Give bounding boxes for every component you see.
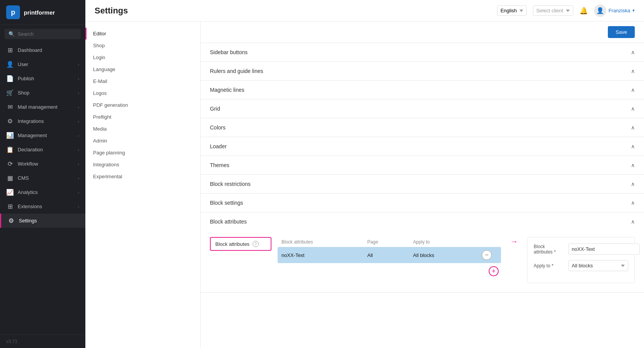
sub-nav-item-experimental[interactable]: Experimental [85,171,200,182]
sidebar-item-analytics[interactable]: 📈 Analytics › [0,185,85,199]
user-name: Franziska [609,8,630,13]
accordion-title: Magnetic lines [210,87,245,93]
cms-icon: ▦ [6,174,14,182]
accordion-header-rulers[interactable]: Rulers and guide lines ∧ [201,62,644,80]
sub-nav-item-login[interactable]: Login [85,51,200,63]
nav-arrow-icon: › [78,147,79,152]
chevron-up-icon: ∧ [631,49,635,55]
sub-nav-item-logos[interactable]: Logos [85,87,200,99]
sidebar-item-mail-management[interactable]: ✉ Mail management › [0,100,85,114]
sub-nav-item-editor[interactable]: Editor [85,28,200,40]
workflow-icon: ⟳ [6,160,14,167]
add-row-button[interactable]: + [489,266,499,276]
sub-nav-item-media[interactable]: Media [85,123,200,135]
sub-nav-item-email[interactable]: E-Mail [85,75,200,87]
search-icon: 🔍 [8,31,15,37]
accordion-title: Grid [210,106,220,112]
accordion-header-themes[interactable]: Themes ∧ [201,156,644,174]
accordion-content-block-attributes: Block attributes ? Block attributes Page… [201,231,644,292]
sidebar-item-management[interactable]: 📊 Management › [0,128,85,143]
detail-block-attr-input[interactable] [568,244,640,255]
sub-nav-item-page-planning[interactable]: Page planning [85,147,200,159]
accordion-item-loader: Loader ∧ [201,137,644,156]
save-button[interactable]: Save [608,26,635,38]
accordion-title: Colors [210,124,225,131]
accordion-header-colors[interactable]: Colors ∧ [201,118,644,137]
accordion-header-magnetic[interactable]: Magnetic lines ∧ [201,81,644,99]
detail-apply-to-row: Apply to * All blocksText blocksImage bl… [534,260,628,271]
integrations-icon: ⚙ [6,118,14,125]
sidebar-item-cms[interactable]: ▦ CMS › [0,171,85,185]
help-icon[interactable]: ? [253,241,259,247]
sidebar-item-label: Shop [18,90,74,96]
col-apply-to: Apply to [413,239,482,245]
sidebar-item-publish[interactable]: 📄 Publish › [0,71,85,86]
table-row: noXX-Text All All blocks − [278,247,501,263]
accordion-header-block-restrictions[interactable]: Block restrictions ∧ [201,175,644,193]
sidebar-item-label: Publish [18,76,74,81]
delete-row-button[interactable]: − [482,250,492,260]
accordion-item-sidebar-buttons: Sidebar buttons ∧ [201,43,644,62]
extensions-icon: ⊞ [6,203,14,210]
accordion-title: Loader [210,143,227,149]
nav-arrow-icon: › [78,190,79,195]
accordion-header-loader[interactable]: Loader ∧ [201,137,644,156]
notification-icon[interactable]: 🔔 [579,7,588,15]
nav-arrow-icon: › [78,62,79,67]
sidebar-item-label: Declaration [18,147,74,152]
accordion-item-rulers: Rulers and guide lines ∧ [201,62,644,81]
detail-panel: Block attributes * Apply to * All blocks… [527,237,635,283]
sidebar-item-user[interactable]: 👤 User › [0,57,85,71]
accordion-item-themes: Themes ∧ [201,156,644,175]
sidebar-item-declaration[interactable]: 📋 Declaration › [0,143,85,157]
block-attr-label-box[interactable]: Block attributes ? [210,237,271,251]
user-area[interactable]: 👤 Franziska ▾ [594,5,635,17]
sub-nav-item-language[interactable]: Language [85,63,200,75]
accordion-item-block-attributes: Block attributes ∧ Block attributes ? Bl… [201,212,644,293]
sidebar-item-label: Analytics [18,189,74,195]
sidebar-nav: ⊞ Dashboard 👤 User › 📄 Publish › 🛒 Shop … [0,43,85,335]
chevron-up-icon: ∧ [631,162,635,168]
shop-icon: 🛒 [6,89,14,96]
accordion-item-block-restrictions: Block restrictions ∧ [201,175,644,194]
accordion-container: Sidebar buttons ∧ Rulers and guide lines… [201,43,644,293]
save-bar: Save [201,22,644,43]
row-page: All [367,252,413,258]
accordion-header-sidebar-buttons[interactable]: Sidebar buttons ∧ [201,43,644,61]
header-right: English Select client 🔔 👤 Franziska ▾ [497,5,635,17]
sidebar-item-dashboard[interactable]: ⊞ Dashboard [0,43,85,57]
logo-icon: p [6,5,20,19]
accordion-header-grid[interactable]: Grid ∧ [201,99,644,118]
publish-icon: 📄 [6,75,14,82]
col-page: Page [367,239,413,245]
accordion-title: Sidebar buttons [210,49,248,55]
row-apply-to: All blocks [413,252,482,258]
client-select[interactable]: Select client [533,5,573,16]
dashboard-icon: ⊞ [6,46,14,54]
detail-apply-to-select[interactable]: All blocksText blocksImage blocks [568,260,628,271]
col-block-attr: Block attributes [281,239,367,245]
attr-table-header: Block attributes Page Apply to [278,237,501,247]
detail-apply-to-label: Apply to * [534,263,564,268]
sub-nav-item-pdf-generation[interactable]: PDF generation [85,99,200,111]
sidebar-item-workflow[interactable]: ⟳ Workflow › [0,157,85,171]
sub-nav: EditorShopLoginLanguageE-MailLogosPDF ge… [85,22,201,348]
settings-panel: Save Sidebar buttons ∧ Rulers and guide … [201,22,644,348]
sub-nav-item-shop[interactable]: Shop [85,40,200,51]
search-input[interactable] [18,31,77,37]
accordion-header-block-attributes[interactable]: Block attributes ∧ [201,212,644,231]
settings-icon: ⚙ [7,217,15,224]
sidebar-item-label: Dashboard [18,47,79,53]
block-attr-label-text: Block attributes [215,241,250,247]
sidebar-item-integrations[interactable]: ⚙ Integrations › [0,114,85,128]
sub-nav-item-admin[interactable]: Admin [85,135,200,147]
sidebar-item-extensions[interactable]: ⊞ Extensions › [0,199,85,214]
language-select[interactable]: English [497,5,527,16]
sub-nav-item-integrations[interactable]: Integrations [85,159,200,171]
sidebar-item-settings[interactable]: ⚙ Settings [0,214,85,228]
sidebar-item-shop[interactable]: 🛒 Shop › [0,86,85,100]
chevron-up-icon: ∧ [631,181,635,187]
sub-nav-item-preflight[interactable]: Preflight [85,111,200,123]
accordion-header-block-settings[interactable]: Block settings ∧ [201,194,644,212]
accordion-title: Block attributes [210,219,247,225]
